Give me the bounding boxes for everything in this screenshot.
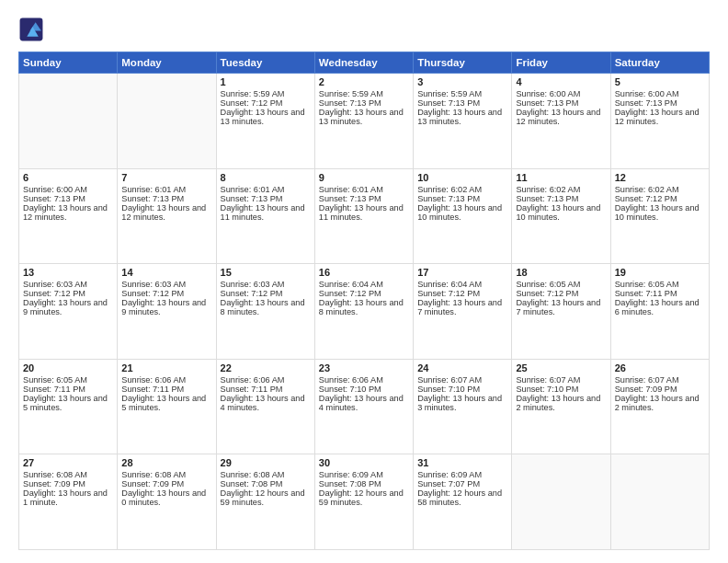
cell-info-line: Sunrise: 6:05 AM (615, 280, 705, 289)
calendar-cell: 27Sunrise: 6:08 AMSunset: 7:09 PMDayligh… (19, 454, 118, 550)
calendar-cell: 8Sunrise: 6:01 AMSunset: 7:13 PMDaylight… (216, 168, 314, 264)
calendar-week-row: 6Sunrise: 6:00 AMSunset: 7:13 PMDaylight… (19, 168, 710, 264)
calendar-cell: 4Sunrise: 6:00 AMSunset: 7:13 PMDaylight… (512, 74, 610, 169)
calendar-cell (19, 74, 118, 169)
day-number: 30 (319, 457, 409, 468)
cell-info-line: Sunset: 7:11 PM (23, 385, 113, 394)
day-number: 22 (221, 362, 311, 373)
cell-info-line: Sunset: 7:09 PM (23, 479, 113, 488)
calendar-cell: 17Sunrise: 6:04 AMSunset: 7:12 PMDayligh… (414, 264, 512, 360)
cell-info-line: Daylight: 13 hours and 12 minutes. (121, 203, 211, 222)
cell-info-line: Sunset: 7:10 PM (516, 385, 606, 394)
day-number: 21 (121, 362, 211, 373)
calendar-cell: 18Sunrise: 6:05 AMSunset: 7:12 PMDayligh… (512, 264, 610, 360)
cell-info-line: Sunset: 7:13 PM (121, 194, 211, 203)
day-number: 3 (417, 76, 507, 87)
calendar-cell: 1Sunrise: 5:59 AMSunset: 7:12 PMDaylight… (216, 74, 314, 169)
day-number: 28 (121, 457, 211, 468)
calendar-cell: 31Sunrise: 6:09 AMSunset: 7:07 PMDayligh… (414, 454, 512, 550)
day-number: 26 (615, 362, 705, 373)
cell-info-line: Sunrise: 6:00 AM (615, 89, 705, 98)
cell-info-line: Sunset: 7:13 PM (319, 98, 409, 108)
cell-info-line: Sunset: 7:12 PM (417, 289, 507, 298)
cell-info-line: Daylight: 12 hours and 59 minutes. (319, 488, 409, 507)
cell-info-line: Sunrise: 6:01 AM (319, 185, 409, 194)
day-number: 24 (417, 362, 507, 373)
calendar-cell: 11Sunrise: 6:02 AMSunset: 7:13 PMDayligh… (512, 168, 610, 264)
day-number: 25 (516, 362, 606, 373)
cell-info-line: Sunset: 7:09 PM (615, 385, 705, 394)
cell-info-line: Daylight: 13 hours and 4 minutes. (319, 394, 409, 412)
cell-info-line: Daylight: 13 hours and 13 minutes. (319, 108, 409, 126)
cell-info-line: Daylight: 13 hours and 10 minutes. (615, 203, 705, 222)
calendar-cell: 12Sunrise: 6:02 AMSunset: 7:12 PMDayligh… (610, 168, 709, 264)
cell-info-line: Sunrise: 6:01 AM (221, 185, 311, 194)
day-number: 31 (417, 457, 507, 468)
day-number: 11 (516, 172, 606, 183)
calendar-week-row: 13Sunrise: 6:03 AMSunset: 7:12 PMDayligh… (19, 264, 710, 360)
cell-info-line: Daylight: 13 hours and 2 minutes. (516, 394, 606, 412)
header (18, 17, 710, 42)
weekday-header-row: SundayMondayTuesdayWednesdayThursdayFrid… (19, 52, 710, 74)
weekday-header-saturday: Saturday (610, 52, 709, 74)
cell-info-line: Sunrise: 6:02 AM (516, 185, 606, 194)
calendar-cell: 22Sunrise: 6:06 AMSunset: 7:11 PMDayligh… (216, 359, 314, 454)
calendar-cell: 21Sunrise: 6:06 AMSunset: 7:11 PMDayligh… (118, 359, 216, 454)
calendar-cell: 26Sunrise: 6:07 AMSunset: 7:09 PMDayligh… (610, 359, 709, 454)
cell-info-line: Sunset: 7:13 PM (319, 194, 409, 203)
cell-info-line: Daylight: 13 hours and 5 minutes. (121, 394, 211, 412)
day-number: 17 (417, 267, 507, 278)
calendar-cell: 7Sunrise: 6:01 AMSunset: 7:13 PMDaylight… (118, 168, 216, 264)
weekday-header-wednesday: Wednesday (314, 52, 413, 74)
cell-info-line: Sunrise: 6:06 AM (319, 375, 409, 385)
cell-info-line: Sunset: 7:13 PM (417, 194, 507, 203)
calendar-cell: 28Sunrise: 6:08 AMSunset: 7:09 PMDayligh… (118, 454, 216, 550)
calendar-cell: 24Sunrise: 6:07 AMSunset: 7:10 PMDayligh… (414, 359, 512, 454)
day-number: 9 (319, 172, 409, 183)
cell-info-line: Sunset: 7:13 PM (221, 194, 311, 203)
cell-info-line: Sunset: 7:12 PM (221, 289, 311, 298)
cell-info-line: Sunset: 7:12 PM (221, 98, 311, 108)
calendar-cell: 9Sunrise: 6:01 AMSunset: 7:13 PMDaylight… (314, 168, 413, 264)
cell-info-line: Sunset: 7:12 PM (23, 289, 113, 298)
cell-info-line: Daylight: 13 hours and 4 minutes. (221, 394, 311, 412)
day-number: 6 (23, 172, 113, 183)
calendar-cell: 14Sunrise: 6:03 AMSunset: 7:12 PMDayligh… (118, 264, 216, 360)
cell-info-line: Sunset: 7:11 PM (615, 289, 705, 298)
day-number: 16 (319, 267, 409, 278)
cell-info-line: Sunset: 7:08 PM (319, 479, 409, 488)
cell-info-line: Sunrise: 5:59 AM (417, 89, 507, 98)
day-number: 23 (319, 362, 409, 373)
weekday-header-tuesday: Tuesday (216, 52, 314, 74)
cell-info-line: Daylight: 13 hours and 13 minutes. (417, 108, 507, 126)
calendar-cell: 10Sunrise: 6:02 AMSunset: 7:13 PMDayligh… (414, 168, 512, 264)
cell-info-line: Sunrise: 6:00 AM (23, 185, 113, 194)
day-number: 8 (221, 172, 311, 183)
cell-info-line: Daylight: 13 hours and 8 minutes. (221, 298, 311, 316)
cell-info-line: Daylight: 13 hours and 1 minute. (23, 488, 113, 507)
cell-info-line: Daylight: 13 hours and 8 minutes. (319, 298, 409, 316)
cell-info-line: Sunrise: 6:09 AM (319, 470, 409, 479)
cell-info-line: Sunrise: 6:04 AM (319, 280, 409, 289)
cell-info-line: Sunrise: 6:03 AM (121, 280, 211, 289)
day-number: 12 (615, 172, 705, 183)
cell-info-line: Sunrise: 6:02 AM (615, 185, 705, 194)
cell-info-line: Daylight: 13 hours and 5 minutes. (23, 394, 113, 412)
day-number: 20 (23, 362, 113, 373)
calendar-cell: 29Sunrise: 6:08 AMSunset: 7:08 PMDayligh… (216, 454, 314, 550)
cell-info-line: Sunrise: 6:08 AM (221, 470, 311, 479)
day-number: 14 (121, 267, 211, 278)
cell-info-line: Daylight: 13 hours and 12 minutes. (615, 108, 705, 126)
cell-info-line: Daylight: 13 hours and 13 minutes. (221, 108, 311, 126)
cell-info-line: Daylight: 13 hours and 10 minutes. (516, 203, 606, 222)
day-number: 7 (121, 172, 211, 183)
cell-info-line: Daylight: 13 hours and 0 minutes. (121, 488, 211, 507)
day-number: 5 (615, 76, 705, 87)
calendar-cell: 13Sunrise: 6:03 AMSunset: 7:12 PMDayligh… (19, 264, 118, 360)
weekday-header-monday: Monday (118, 52, 216, 74)
cell-info-line: Sunset: 7:12 PM (615, 194, 705, 203)
day-number: 18 (516, 267, 606, 278)
cell-info-line: Sunrise: 5:59 AM (319, 89, 409, 98)
cell-info-line: Sunrise: 6:04 AM (417, 280, 507, 289)
cell-info-line: Sunset: 7:11 PM (221, 385, 311, 394)
